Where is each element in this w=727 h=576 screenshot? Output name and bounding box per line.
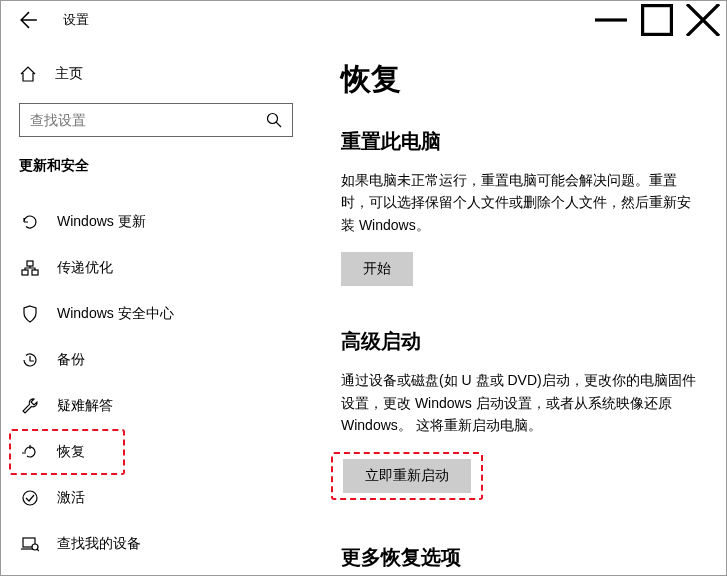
minimize-button[interactable] <box>588 4 634 36</box>
sidebar-item-activation[interactable]: 激活 <box>19 475 293 521</box>
sidebar-item-delivery-optimization[interactable]: 传递优化 <box>19 245 293 291</box>
svg-line-11 <box>37 549 39 551</box>
more-heading: 更多恢复选项 <box>341 544 696 571</box>
backup-icon <box>21 351 39 369</box>
search-box[interactable] <box>19 103 293 137</box>
more-recovery-section: 更多恢复选项 了解如何进行 Windows 的全新安装以便开始全新的体验 <box>341 544 696 575</box>
sidebar-item-label: 激活 <box>57 489 85 507</box>
svg-rect-5 <box>22 270 28 275</box>
search-icon <box>266 112 282 128</box>
advanced-restart-button[interactable]: 立即重新启动 <box>343 459 471 493</box>
svg-point-7 <box>23 491 37 505</box>
svg-line-3 <box>276 122 281 127</box>
sidebar-item-label: 恢复 <box>57 443 85 461</box>
sidebar-item-troubleshoot[interactable]: 疑难解答 <box>19 383 293 429</box>
close-button[interactable] <box>680 4 726 36</box>
advanced-description: 通过设备或磁盘(如 U 盘或 DVD)启动，更改你的电脑固件设置，更改 Wind… <box>341 369 696 436</box>
advanced-heading: 高级启动 <box>341 328 696 355</box>
advanced-startup-section: 高级启动 通过设备或磁盘(如 U 盘或 DVD)启动，更改你的电脑固件设置，更改… <box>341 328 696 502</box>
main-panel: 恢复 重置此电脑 如果电脑未正常运行，重置电脑可能会解决问题。重置时，可以选择保… <box>311 39 726 575</box>
window-title: 设置 <box>63 11 89 29</box>
reset-start-button[interactable]: 开始 <box>341 252 413 286</box>
search-input[interactable] <box>30 112 260 128</box>
home-nav[interactable]: 主页 <box>19 57 293 91</box>
sidebar-item-label: 备份 <box>57 351 85 369</box>
sidebar-item-label: 疑难解答 <box>57 397 113 415</box>
sidebar-item-label: 传递优化 <box>57 259 113 277</box>
sidebar-item-windows-security[interactable]: Windows 安全中心 <box>19 291 293 337</box>
home-icon <box>19 65 37 83</box>
recovery-icon <box>21 443 39 461</box>
sidebar-item-recovery[interactable]: 恢复 <box>9 429 125 475</box>
window-controls <box>588 4 726 36</box>
reset-heading: 重置此电脑 <box>341 128 696 155</box>
maximize-button[interactable] <box>634 4 680 36</box>
delivery-icon <box>21 259 39 277</box>
sidebar-item-label: Windows 更新 <box>57 213 146 231</box>
sidebar-item-find-device[interactable]: 查找我的设备 <box>19 521 293 567</box>
reset-section: 重置此电脑 如果电脑未正常运行，重置电脑可能会解决问题。重置时，可以选择保留个人… <box>341 128 696 286</box>
svg-point-2 <box>268 114 278 124</box>
sidebar-item-backup[interactable]: 备份 <box>19 337 293 383</box>
titlebar: 设置 <box>1 1 726 39</box>
advanced-restart-highlight: 立即重新启动 <box>331 452 483 500</box>
svg-rect-6 <box>32 270 38 275</box>
home-label: 主页 <box>55 65 83 83</box>
sidebar-section-header: 更新和安全 <box>19 157 293 175</box>
arrow-left-icon <box>20 11 38 29</box>
svg-rect-1 <box>643 6 672 35</box>
sidebar-item-label: 查找我的设备 <box>57 535 141 553</box>
back-button[interactable] <box>13 11 45 29</box>
svg-rect-4 <box>27 261 33 266</box>
activation-icon <box>21 489 39 507</box>
page-title: 恢复 <box>341 59 696 100</box>
sidebar-item-windows-update[interactable]: Windows 更新 <box>19 199 293 245</box>
sidebar: 主页 更新和安全 Windows 更新 传递优化 Windows 安 <box>1 39 311 575</box>
shield-icon <box>21 305 39 323</box>
update-icon <box>21 213 39 231</box>
wrench-icon <box>21 397 39 415</box>
sidebar-item-label: Windows 安全中心 <box>57 305 174 323</box>
find-device-icon <box>21 535 39 553</box>
reset-description: 如果电脑未正常运行，重置电脑可能会解决问题。重置时，可以选择保留个人文件或删除个… <box>341 169 696 236</box>
